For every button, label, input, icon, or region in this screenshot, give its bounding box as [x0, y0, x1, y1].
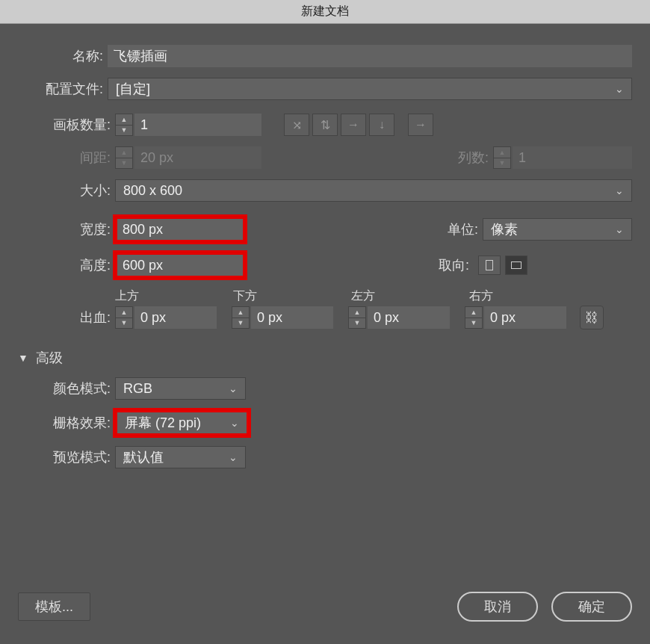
orientation-landscape-button[interactable]: [505, 256, 527, 275]
units-select[interactable]: 像素 ⌄: [483, 218, 632, 241]
columns-input: [513, 146, 632, 169]
preview-mode-value: 默认值: [123, 448, 164, 466]
height-input[interactable]: [117, 254, 244, 276]
size-select[interactable]: 800 x 600 ⌄: [115, 179, 632, 202]
height-label: 高度:: [18, 256, 115, 274]
preview-mode-label: 预览模式:: [18, 448, 115, 466]
advanced-label: 高级: [36, 349, 63, 367]
templates-button[interactable]: 模板...: [18, 592, 90, 621]
units-value: 像素: [491, 220, 518, 238]
bleed-right-label: 右方: [469, 288, 587, 304]
landscape-icon: [511, 261, 521, 269]
color-mode-value: RGB: [123, 381, 152, 397]
spacing-stepper: ▲▼: [115, 146, 133, 169]
chevron-down-icon: ⌄: [615, 223, 624, 235]
width-input[interactable]: [117, 218, 244, 241]
bleed-top-label: 上方: [115, 288, 233, 304]
units-label: 单位:: [438, 220, 483, 238]
bleed-right-input[interactable]: [484, 306, 566, 329]
name-input[interactable]: [108, 45, 632, 67]
chevron-down-icon: ⌄: [229, 383, 238, 394]
bleed-label: 出血:: [18, 309, 115, 326]
spacing-label: 间距:: [18, 149, 115, 167]
bleed-top-stepper[interactable]: ▲▼: [115, 306, 133, 329]
ok-button[interactable]: 确定: [551, 592, 632, 622]
size-value: 800 x 600: [123, 183, 182, 199]
link-values-button[interactable]: ⛓: [580, 306, 604, 329]
titlebar: 新建文档: [0, 0, 650, 24]
columns-stepper: ▲▼: [493, 146, 511, 169]
bleed-left-stepper[interactable]: ▲▼: [348, 306, 366, 329]
link-icon: ⛓: [585, 310, 598, 326]
chevron-down-icon: ⌄: [229, 451, 238, 463]
width-label: 宽度:: [18, 220, 115, 238]
color-mode-select[interactable]: RGB ⌄: [115, 377, 246, 400]
bleed-bottom-label: 下方: [233, 288, 351, 304]
raster-effects-value: 屏幕 (72 ppi): [125, 414, 201, 432]
bleed-right-stepper[interactable]: ▲▼: [465, 306, 483, 329]
chevron-down-icon: ⌄: [615, 185, 624, 196]
profile-label: 配置文件:: [18, 80, 108, 98]
bleed-left-label: 左方: [351, 288, 469, 304]
bleed-bottom-input[interactable]: [251, 306, 333, 329]
bleed-left-input[interactable]: [368, 306, 450, 329]
arrange-grid-icon[interactable]: ⤨: [284, 114, 309, 136]
orientation-portrait-button[interactable]: [478, 256, 501, 275]
spacing-input: [134, 146, 261, 169]
chevron-down-icon: ⌄: [615, 83, 624, 95]
bleed-top-input[interactable]: [134, 306, 217, 329]
profile-select[interactable]: [自定] ⌄: [108, 78, 632, 100]
artboards-input[interactable]: [134, 114, 261, 136]
portrait-icon: [486, 260, 493, 270]
chevron-down-icon: ⌄: [230, 417, 239, 429]
disclosure-triangle-icon[interactable]: ▼: [18, 352, 28, 364]
name-label: 名称:: [18, 47, 108, 65]
artboards-stepper[interactable]: ▲▼: [115, 114, 133, 136]
arrange-right-icon[interactable]: →: [341, 114, 366, 136]
artboards-label: 画板数量:: [18, 116, 115, 134]
arrange-down-icon[interactable]: ↓: [369, 114, 394, 136]
color-mode-label: 颜色模式:: [18, 380, 115, 397]
arrange-row-icon[interactable]: ⇅: [312, 114, 338, 136]
profile-value: [自定]: [116, 80, 150, 98]
cancel-button[interactable]: 取消: [457, 592, 538, 622]
raster-effects-select[interactable]: 屏幕 (72 ppi) ⌄: [117, 412, 247, 434]
arrange-more-icon[interactable]: →: [408, 114, 433, 136]
columns-label: 列数:: [448, 149, 493, 167]
bleed-bottom-stepper[interactable]: ▲▼: [232, 306, 250, 329]
raster-effects-label: 栅格效果:: [18, 414, 115, 432]
orientation-label: 取向:: [429, 256, 474, 274]
preview-mode-select[interactable]: 默认值 ⌄: [115, 446, 246, 468]
dialog-title: 新建文档: [301, 4, 349, 19]
size-label: 大小:: [18, 182, 115, 199]
